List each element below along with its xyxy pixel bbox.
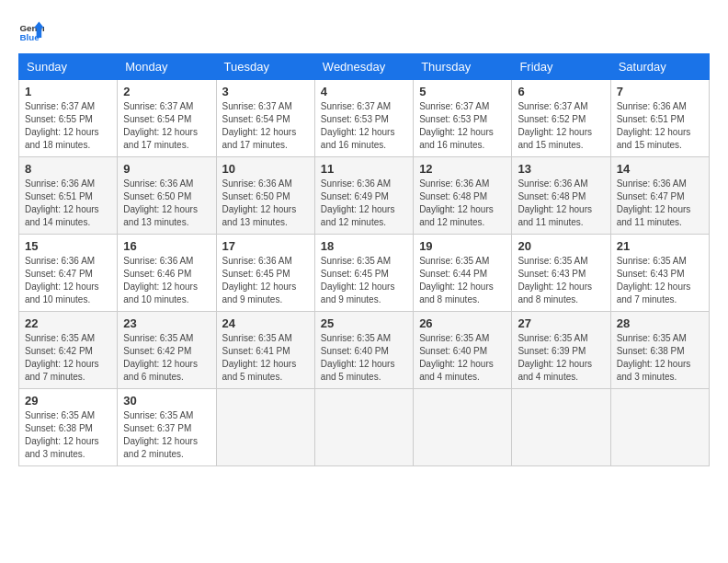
day-number: 24: [222, 316, 309, 330]
day-info: Sunrise: 6:36 AM Sunset: 6:51 PM Dayligh…: [25, 178, 111, 229]
day-number: 2: [123, 85, 210, 98]
day-info: Sunrise: 6:36 AM Sunset: 6:51 PM Dayligh…: [617, 100, 703, 152]
day-number: 29: [25, 394, 111, 408]
day-number: 15: [25, 239, 111, 253]
day-info: Sunrise: 6:35 AM Sunset: 6:45 PM Dayligh…: [321, 255, 407, 306]
calendar-cell: 24 Sunrise: 6:35 AM Sunset: 6:41 PM Dayl…: [216, 312, 314, 389]
calendar-cell: 15 Sunrise: 6:36 AM Sunset: 6:47 PM Dayl…: [19, 235, 118, 312]
calendar-cell: 30 Sunrise: 6:35 AM Sunset: 6:37 PM Dayl…: [118, 389, 216, 466]
day-number: 7: [617, 85, 703, 98]
calendar-header-tuesday: Tuesday: [216, 54, 314, 80]
day-number: 5: [419, 85, 506, 98]
day-number: 25: [321, 316, 407, 330]
calendar-header-monday: Monday: [118, 54, 216, 80]
calendar-cell: 11 Sunrise: 6:36 AM Sunset: 6:49 PM Dayl…: [314, 157, 413, 235]
calendar-cell: [314, 389, 413, 466]
day-info: Sunrise: 6:36 AM Sunset: 6:45 PM Dayligh…: [222, 255, 309, 306]
day-info: Sunrise: 6:36 AM Sunset: 6:50 PM Dayligh…: [222, 178, 309, 229]
calendar-cell: 21 Sunrise: 6:35 AM Sunset: 6:43 PM Dayl…: [610, 235, 709, 312]
day-number: 8: [25, 162, 111, 176]
calendar-cell: 14 Sunrise: 6:36 AM Sunset: 6:47 PM Dayl…: [610, 157, 709, 235]
day-number: 1: [25, 85, 111, 98]
calendar-cell: 12 Sunrise: 6:36 AM Sunset: 6:48 PM Dayl…: [414, 157, 512, 235]
calendar-cell: [610, 389, 709, 466]
day-info: Sunrise: 6:37 AM Sunset: 6:55 PM Dayligh…: [25, 100, 111, 152]
page-header: General Blue: [18, 18, 710, 44]
calendar-cell: 3 Sunrise: 6:37 AM Sunset: 6:54 PM Dayli…: [216, 80, 314, 157]
calendar-cell: 5 Sunrise: 6:37 AM Sunset: 6:53 PM Dayli…: [414, 80, 512, 157]
day-info: Sunrise: 6:35 AM Sunset: 6:44 PM Dayligh…: [419, 255, 506, 306]
calendar-header-thursday: Thursday: [414, 54, 512, 80]
calendar-cell: 18 Sunrise: 6:35 AM Sunset: 6:45 PM Dayl…: [314, 235, 413, 312]
day-number: 14: [617, 162, 703, 176]
calendar-cell: 6 Sunrise: 6:37 AM Sunset: 6:52 PM Dayli…: [512, 80, 610, 157]
day-info: Sunrise: 6:36 AM Sunset: 6:50 PM Dayligh…: [123, 178, 210, 229]
day-info: Sunrise: 6:35 AM Sunset: 6:43 PM Dayligh…: [518, 255, 604, 306]
day-info: Sunrise: 6:35 AM Sunset: 6:38 PM Dayligh…: [25, 409, 111, 461]
calendar-cell: [414, 389, 512, 466]
day-number: 3: [222, 85, 309, 98]
day-number: 13: [518, 162, 604, 176]
day-number: 23: [123, 316, 210, 330]
calendar-header-saturday: Saturday: [610, 54, 709, 80]
day-number: 11: [321, 162, 407, 176]
day-number: 18: [321, 239, 407, 253]
day-number: 10: [222, 162, 309, 176]
calendar-cell: 26 Sunrise: 6:35 AM Sunset: 6:40 PM Dayl…: [414, 312, 512, 389]
calendar-header-wednesday: Wednesday: [314, 54, 413, 80]
day-info: Sunrise: 6:37 AM Sunset: 6:52 PM Dayligh…: [518, 100, 604, 152]
calendar-cell: 22 Sunrise: 6:35 AM Sunset: 6:42 PM Dayl…: [19, 312, 118, 389]
calendar-cell: 25 Sunrise: 6:35 AM Sunset: 6:40 PM Dayl…: [314, 312, 413, 389]
day-number: 26: [419, 316, 506, 330]
calendar-cell: 20 Sunrise: 6:35 AM Sunset: 6:43 PM Dayl…: [512, 235, 610, 312]
calendar-cell: 8 Sunrise: 6:36 AM Sunset: 6:51 PM Dayli…: [19, 157, 118, 235]
day-info: Sunrise: 6:36 AM Sunset: 6:47 PM Dayligh…: [617, 178, 703, 229]
calendar-cell: 2 Sunrise: 6:37 AM Sunset: 6:54 PM Dayli…: [118, 80, 216, 157]
day-number: 19: [419, 239, 506, 253]
day-info: Sunrise: 6:35 AM Sunset: 6:37 PM Dayligh…: [123, 409, 210, 461]
day-info: Sunrise: 6:35 AM Sunset: 6:40 PM Dayligh…: [419, 332, 506, 384]
calendar-cell: 13 Sunrise: 6:36 AM Sunset: 6:48 PM Dayl…: [512, 157, 610, 235]
day-number: 21: [617, 239, 703, 253]
calendar-cell: 28 Sunrise: 6:35 AM Sunset: 6:38 PM Dayl…: [610, 312, 709, 389]
calendar-cell: 17 Sunrise: 6:36 AM Sunset: 6:45 PM Dayl…: [216, 235, 314, 312]
day-info: Sunrise: 6:37 AM Sunset: 6:54 PM Dayligh…: [123, 100, 210, 152]
day-info: Sunrise: 6:37 AM Sunset: 6:53 PM Dayligh…: [419, 100, 506, 152]
day-info: Sunrise: 6:35 AM Sunset: 6:38 PM Dayligh…: [617, 332, 703, 384]
day-info: Sunrise: 6:36 AM Sunset: 6:49 PM Dayligh…: [321, 178, 407, 229]
day-number: 17: [222, 239, 309, 253]
calendar-table: SundayMondayTuesdayWednesdayThursdayFrid…: [18, 53, 710, 466]
day-number: 16: [123, 239, 210, 253]
day-info: Sunrise: 6:37 AM Sunset: 6:54 PM Dayligh…: [222, 100, 309, 152]
day-info: Sunrise: 6:35 AM Sunset: 6:42 PM Dayligh…: [25, 332, 111, 384]
calendar-cell: 29 Sunrise: 6:35 AM Sunset: 6:38 PM Dayl…: [19, 389, 118, 466]
day-info: Sunrise: 6:35 AM Sunset: 6:42 PM Dayligh…: [123, 332, 210, 384]
logo-icon: General Blue: [18, 18, 44, 44]
calendar-header-friday: Friday: [512, 54, 610, 80]
day-info: Sunrise: 6:36 AM Sunset: 6:48 PM Dayligh…: [518, 178, 604, 229]
calendar-cell: 4 Sunrise: 6:37 AM Sunset: 6:53 PM Dayli…: [314, 80, 413, 157]
day-info: Sunrise: 6:35 AM Sunset: 6:43 PM Dayligh…: [617, 255, 703, 306]
day-number: 30: [123, 394, 210, 408]
day-number: 6: [518, 85, 604, 98]
day-info: Sunrise: 6:36 AM Sunset: 6:47 PM Dayligh…: [25, 255, 111, 306]
calendar-cell: 23 Sunrise: 6:35 AM Sunset: 6:42 PM Dayl…: [118, 312, 216, 389]
calendar-cell: [216, 389, 314, 466]
day-number: 22: [25, 316, 111, 330]
day-info: Sunrise: 6:36 AM Sunset: 6:48 PM Dayligh…: [419, 178, 506, 229]
calendar-cell: 1 Sunrise: 6:37 AM Sunset: 6:55 PM Dayli…: [19, 80, 118, 157]
day-number: 4: [321, 85, 407, 98]
calendar-cell: 27 Sunrise: 6:35 AM Sunset: 6:39 PM Dayl…: [512, 312, 610, 389]
calendar-cell: [512, 389, 610, 466]
day-number: 20: [518, 239, 604, 253]
day-info: Sunrise: 6:37 AM Sunset: 6:53 PM Dayligh…: [321, 100, 407, 152]
day-info: Sunrise: 6:35 AM Sunset: 6:41 PM Dayligh…: [222, 332, 309, 384]
day-number: 12: [419, 162, 506, 176]
day-info: Sunrise: 6:36 AM Sunset: 6:46 PM Dayligh…: [123, 255, 210, 306]
logo: General Blue: [18, 18, 48, 44]
day-number: 28: [617, 316, 703, 330]
calendar-cell: 9 Sunrise: 6:36 AM Sunset: 6:50 PM Dayli…: [118, 157, 216, 235]
calendar-cell: 7 Sunrise: 6:36 AM Sunset: 6:51 PM Dayli…: [610, 80, 709, 157]
calendar-cell: 19 Sunrise: 6:35 AM Sunset: 6:44 PM Dayl…: [414, 235, 512, 312]
calendar-cell: 16 Sunrise: 6:36 AM Sunset: 6:46 PM Dayl…: [118, 235, 216, 312]
